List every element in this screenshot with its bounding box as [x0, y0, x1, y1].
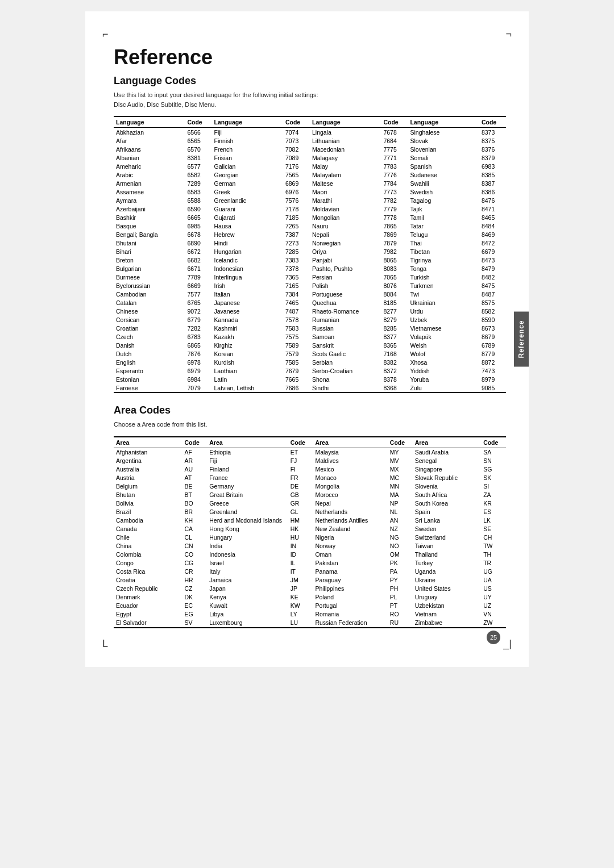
language-code: 8472	[479, 239, 506, 247]
language-code: 6783	[185, 332, 211, 341]
language-code: 7678	[381, 128, 408, 137]
area-code: AR	[182, 457, 207, 465]
area-code: MC	[388, 474, 413, 482]
language-name: Italian	[211, 290, 283, 298]
area-code: CA	[182, 525, 207, 533]
area-code: NO	[388, 542, 413, 550]
area-table-row: AustriaATFranceFRMonacoMCSlovak Republic…	[114, 474, 506, 482]
area-name: Canada	[114, 525, 182, 533]
area-name: Vietnam	[413, 610, 481, 619]
language-code: 7387	[283, 230, 310, 239]
area-name: Mongolia	[313, 482, 387, 491]
language-name: Tagalog	[408, 196, 479, 205]
language-name: Telugu	[408, 230, 479, 239]
lang-table-row: Albanian8381Frisian7089Malagasy7771Somal…	[114, 153, 506, 162]
language-name: Czech	[114, 332, 185, 341]
language-code: 7487	[283, 307, 310, 315]
language-code: 7679	[283, 366, 310, 375]
language-code: 7782	[381, 196, 408, 205]
language-code: 7178	[283, 205, 310, 213]
area-name: Australia	[114, 465, 182, 474]
area-name: Kenya	[207, 593, 288, 602]
language-code: 8582	[479, 307, 506, 315]
language-name: Maltese	[310, 179, 381, 187]
area-name: Bolivia	[114, 499, 182, 508]
language-name: Urdu	[408, 307, 479, 315]
language-code: 7065	[381, 273, 408, 281]
language-name: Singhalese	[408, 128, 479, 137]
language-name: Assamese	[114, 187, 185, 196]
language-code: 8872	[479, 358, 506, 366]
language-code: 7265	[283, 222, 310, 230]
area-table-row: CambodiaKHHerd and Mcdonald IslandsHMNet…	[114, 516, 506, 525]
language-name: Tonga	[408, 264, 479, 273]
area-name: Ukraine	[413, 576, 481, 585]
lang-table-row: Byelorussian6669Irish7165Polish8076Turkm…	[114, 281, 506, 290]
language-code: 7982	[381, 247, 408, 256]
lang-table-row: Chinese9072Javanese7487Rhaeto-Romance827…	[114, 307, 506, 315]
language-name: Afar	[114, 136, 185, 145]
area-name: France	[207, 474, 288, 482]
lang-col-header-1: Language	[114, 116, 185, 128]
language-name: Latvian, Lettish	[211, 383, 283, 393]
area-code: KH	[182, 516, 207, 525]
language-name: Somali	[408, 153, 479, 162]
language-name: Javanese	[211, 307, 283, 315]
area-name: Ecuador	[114, 602, 182, 610]
area-code: AU	[182, 465, 207, 474]
area-code-col-header-2: Code	[288, 437, 313, 448]
language-code: 8279	[381, 315, 408, 324]
language-name: Catalan	[114, 298, 185, 307]
language-code: 7776	[381, 170, 408, 179]
language-code: 7289	[185, 179, 211, 187]
language-code: 8084	[381, 290, 408, 298]
language-name: Bengali; Bangla	[114, 230, 185, 239]
area-code: BO	[182, 499, 207, 508]
language-name: Yiddish	[408, 366, 479, 375]
area-name: Austria	[114, 474, 182, 482]
area-code-col-header-3: Code	[388, 437, 413, 448]
language-code: 7565	[283, 170, 310, 179]
page-title: Reference	[114, 45, 506, 69]
lang-table-row: English6978Kurdish7585Serbian8382Xhosa88…	[114, 358, 506, 366]
language-code: 8365	[381, 341, 408, 349]
language-code: 8372	[381, 366, 408, 375]
language-name: Wolof	[408, 349, 479, 358]
area-name: Paraguay	[313, 576, 387, 585]
area-name: Israel	[207, 559, 288, 567]
language-name: Hebrew	[211, 230, 283, 239]
area-code: RU	[388, 619, 413, 628]
language-name: Nepali	[310, 230, 381, 239]
area-name: Denmark	[114, 593, 182, 602]
area-code: PH	[388, 585, 413, 593]
language-code: 8285	[381, 324, 408, 332]
area-name: Uruguay	[413, 593, 481, 602]
lang-table-row: Aymara6588Greenlandic7576Marathi7782Taga…	[114, 196, 506, 205]
area-code: RO	[388, 610, 413, 619]
language-name: Kirghiz	[211, 341, 283, 349]
language-code: 8386	[479, 187, 506, 196]
area-code: ET	[288, 448, 313, 457]
area-table-row: AustraliaAUFinlandFIMexicoMXSingaporeSG	[114, 465, 506, 474]
language-name: Croatian	[114, 324, 185, 332]
language-name: Thai	[408, 239, 479, 247]
area-name: Greece	[207, 499, 288, 508]
area-name: India	[207, 542, 288, 550]
language-name: Interlingua	[211, 273, 283, 281]
lang-table-row: Czech6783Kazakh7575Samoan8377Volapük8679	[114, 332, 506, 341]
language-code: 9072	[185, 307, 211, 315]
language-name: Galician	[211, 162, 283, 170]
language-name: Quechua	[310, 298, 381, 307]
language-code: 8673	[479, 324, 506, 332]
language-name: Hindi	[211, 239, 283, 247]
area-code: UA	[481, 576, 506, 585]
language-name: Gujarati	[211, 213, 283, 222]
language-code: 7473	[479, 366, 506, 375]
area-code-col-header-1: Code	[182, 437, 207, 448]
language-name: Twi	[408, 290, 479, 298]
area-name: Uzbekistan	[413, 602, 481, 610]
language-name: Basque	[114, 222, 185, 230]
area-table-row: EcuadorECKuwaitKWPortugalPTUzbekistanUZ	[114, 602, 506, 610]
area-code: SI	[481, 482, 506, 491]
language-name: German	[211, 179, 283, 187]
